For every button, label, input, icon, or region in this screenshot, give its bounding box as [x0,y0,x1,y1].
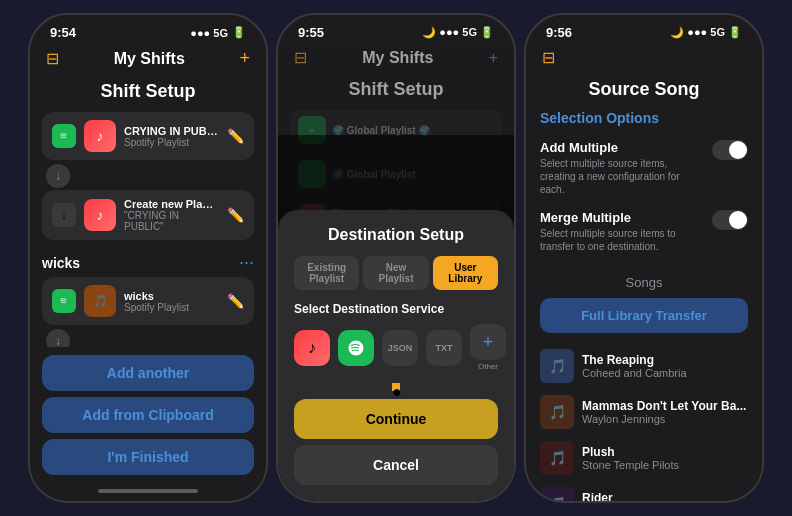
song-title-2: Mammas Don't Let Your Ba... [582,399,748,413]
toggle-knob-1 [729,141,747,159]
source-song-header: Source Song [526,75,762,110]
svg-point-0 [59,131,69,141]
apple-music-service[interactable]: ♪ [294,330,330,366]
edit-icon-1[interactable]: ✏️ [227,128,244,144]
tab-existing-playlist[interactable]: ExistingPlaylist [294,256,359,290]
nav-add-icon-2: + [489,49,498,67]
song-title-1: The Reaping [582,353,748,367]
song-item-4[interactable]: 🎵 Rider Allan Rayman [526,481,762,501]
modal-overlay: Destination Setup ExistingPlaylist NewPl… [278,135,514,501]
tab-user-library[interactable]: UserLibrary [433,256,498,290]
time-2: 9:55 [298,25,324,40]
merge-multiple-toggle[interactable] [712,210,748,230]
source-crying-text: CRYING IN PUBLIC Spotify Playlist [124,125,219,148]
svg-point-2 [349,340,364,355]
phone-2: 9:55 🌙 ●●● 5G 🔋 ⊟ My Shifts + Shift Setu… [276,13,516,503]
ghost-title-1: 🌍 Global Playlist 🌍 [332,125,494,136]
source-item-wicks[interactable]: 🎵 wicks Spotify Playlist ✏️ [42,277,254,325]
songs-label: Songs [526,275,762,290]
add-multiple-text: Add Multiple Select multiple source item… [540,140,712,196]
time-1: 9:54 [50,25,76,40]
add-multiple-desc: Select multiple source items, creating a… [540,157,702,196]
signal-3: 🌙 ●●● 5G 🔋 [670,26,742,39]
other-svc-icon: + [470,324,506,360]
cancel-button[interactable]: Cancel [294,445,498,485]
song-info-1: The Reaping Coheed and Cambria [582,353,748,379]
dest-item-crying[interactable]: ↓ ♪ Create new Playlist "CRYING IN PUBLI… [42,190,254,240]
action-buttons-1: Add another Add from Clipboard I'm Finis… [30,347,266,485]
song-artist-1: Coheed and Cambria [582,367,748,379]
song-artist-3: Stone Temple Pilots [582,459,748,471]
full-library-transfer-button[interactable]: Full Library Transfer [540,298,748,333]
shift-setup-header-1: Shift Setup [30,77,266,112]
nav-icon-1: ⊟ [46,49,59,68]
song-thumb-3: 🎵 [540,441,574,475]
svg-point-1 [59,296,69,306]
service-icons-row: ♪ JSON TXT + Other [294,324,498,371]
nav-bar-3: ⊟ [526,44,762,75]
edit-icon-2[interactable]: ✏️ [227,207,244,223]
spotify-lead-icon [52,124,76,148]
continue-button[interactable]: Continue [294,399,498,439]
song-item-3[interactable]: 🎵 Plush Stone Temple Pilots [526,435,762,481]
txt-service[interactable]: TXT [426,330,462,366]
song-info-2: Mammas Don't Let Your Ba... Waylon Jenni… [582,399,748,425]
tab-new-playlist[interactable]: NewPlaylist [363,256,428,290]
merge-multiple-title: Merge Multiple [540,210,702,225]
json-service[interactable]: JSON [382,330,418,366]
home-indicator-1 [98,489,198,493]
add-from-clipboard-button[interactable]: Add from Clipboard [42,397,254,433]
battery-1: 🔋 [232,26,246,39]
modal-title: Destination Setup [294,226,498,244]
song-artist-2: Waylon Jennings [582,413,748,425]
song-info-3: Plush Stone Temple Pilots [582,445,748,471]
nav-add-icon[interactable]: + [239,48,250,69]
song-title-4: Rider [582,491,748,501]
nav-title-1: My Shifts [114,50,185,68]
wicks-dots-icon[interactable]: ··· [239,252,254,273]
destination-setup-modal: Destination Setup ExistingPlaylist NewPl… [278,210,514,501]
other-svc-label: Other [478,362,498,371]
apple-music-icon-1: ♪ [84,120,116,152]
source-item-crying[interactable]: ♪ CRYING IN PUBLIC Spotify Playlist ✏️ [42,112,254,160]
song-thumb-2: 🎵 [540,395,574,429]
add-another-button[interactable]: Add another [42,355,254,391]
status-bar-1: 9:54 ●●● 5G 🔋 [30,15,266,44]
spotify-service[interactable] [338,330,374,366]
selection-options-title: Selection Options [526,110,762,126]
down-arrow-1: ↓ [46,164,70,188]
im-finished-button[interactable]: I'm Finished [42,439,254,475]
add-multiple-row: Add Multiple Select multiple source item… [526,136,762,206]
tab-row: ExistingPlaylist NewPlaylist UserLibrary [294,256,498,290]
wicks-section-header: wicks ··· [42,244,254,277]
json-svc-icon: JSON [382,330,418,366]
add-multiple-toggle[interactable] [712,140,748,160]
edit-icon-3[interactable]: ✏️ [227,293,244,309]
status-bar-2: 9:55 🌙 ●●● 5G 🔋 [278,15,514,44]
down-lead-icon-1: ↓ [52,203,76,227]
song-thumb-4: 🎵 [540,487,574,501]
song-item-1[interactable]: 🎵 The Reaping Coheed and Cambria [526,343,762,389]
phone-3: 9:56 🌙 ●●● 5G 🔋 ⊟ Source Song Selection … [524,13,764,503]
down-arrow-2: ↓ [46,329,70,347]
other-service[interactable]: + Other [470,324,506,371]
phone-1: 9:54 ●●● 5G 🔋 ⊟ My Shifts + Shift Setup [28,13,268,503]
nav-bar-2: ⊟ My Shifts + [278,44,514,75]
source-crying-subtitle: Spotify Playlist [124,137,219,148]
nav-title-2: My Shifts [362,49,433,67]
apple-new-playlist-icon-1: ♪ [84,199,116,231]
song-item-2[interactable]: 🎵 Mammas Don't Let Your Ba... Waylon Jen… [526,389,762,435]
merge-multiple-text: Merge Multiple Select multiple source it… [540,210,712,253]
spotify-lead-icon-2 [52,289,76,313]
spotify-svc-icon [338,330,374,366]
source-wicks-subtitle: Spotify Playlist [124,302,219,313]
source-wicks-text: wicks Spotify Playlist [124,290,219,313]
signal-1: ●●● 5G [190,27,228,39]
toggle-knob-2 [729,211,747,229]
shift-setup-header-2: Shift Setup [278,75,514,110]
nav-icon-2: ⊟ [294,48,307,67]
dest-crying-title: Create new Playlist [124,198,219,210]
merge-multiple-desc: Select multiple source items to transfer… [540,227,702,253]
signal-2: 🌙 ●●● 5G 🔋 [422,26,494,39]
song-info-4: Rider Allan Rayman [582,491,748,501]
